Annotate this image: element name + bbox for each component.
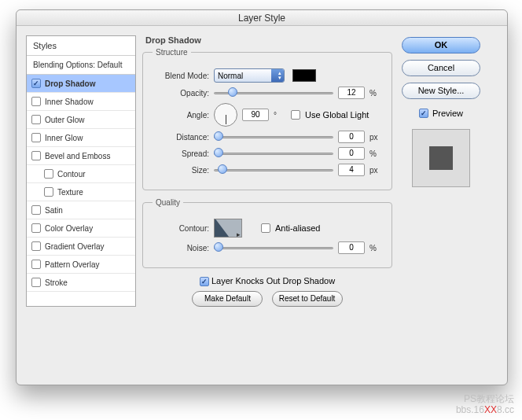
watermark: PS教程论坛 bbs.16XX8.cc <box>456 393 514 415</box>
blend-mode-select[interactable]: Normal ▴▾ <box>214 68 285 83</box>
contour-picker[interactable] <box>214 219 242 238</box>
structure-group: Structure Blend Mode: Normal ▴▾ Opacity:… <box>142 48 392 190</box>
ok-button[interactable]: OK <box>402 37 480 53</box>
style-item-label: Gradient Overlay <box>45 242 105 251</box>
opacity-slider[interactable] <box>214 87 333 98</box>
right-panel: OK Cancel New Style... Preview <box>399 35 483 307</box>
angle-input[interactable]: 90 <box>242 109 269 121</box>
style-item-bevel-and-emboss[interactable]: Bevel and Emboss <box>27 147 135 165</box>
knockout-label: Layer Knocks Out Drop Shadow <box>211 276 335 286</box>
antialiased-checkbox[interactable] <box>261 223 270 233</box>
shadow-color-swatch[interactable] <box>292 69 316 82</box>
style-checkbox[interactable] <box>31 223 41 233</box>
distance-slider[interactable] <box>214 131 333 142</box>
window-title: Layer Style <box>17 10 507 26</box>
style-item-label: Pattern Overlay <box>45 260 99 269</box>
style-item-label: Satin <box>45 206 63 215</box>
reset-default-button[interactable]: Reset to Default <box>272 291 343 307</box>
style-checkbox[interactable] <box>31 115 41 124</box>
style-item-contour[interactable]: Contour <box>27 165 135 183</box>
size-input[interactable]: 4 <box>338 164 365 176</box>
style-item-satin[interactable]: Satin <box>27 201 135 219</box>
styles-panel: Styles Blending Options: Default Drop Sh… <box>26 35 136 307</box>
cancel-button[interactable]: Cancel <box>402 60 480 76</box>
angle-dial[interactable] <box>214 103 237 127</box>
layer-style-dialog: Layer Style Styles Blending Options: Def… <box>16 9 508 385</box>
antialiased-label: Anti-aliased <box>275 223 320 233</box>
style-item-label: Texture <box>57 188 83 197</box>
style-checkbox[interactable] <box>31 97 41 106</box>
style-item-label: Contour <box>57 170 86 179</box>
style-item-gradient-overlay[interactable]: Gradient Overlay <box>27 238 135 256</box>
style-item-outer-glow[interactable]: Outer Glow <box>27 111 135 129</box>
style-checkbox[interactable] <box>31 151 41 160</box>
preview-box <box>412 129 470 187</box>
style-item-label: Inner Glow <box>45 134 83 142</box>
style-item-inner-glow[interactable]: Inner Glow <box>27 129 135 147</box>
styles-list: Drop ShadowInner ShadowOuter GlowInner G… <box>27 75 135 292</box>
style-item-label: Color Overlay <box>45 224 93 233</box>
spread-slider[interactable] <box>214 148 333 159</box>
style-item-pattern-overlay[interactable]: Pattern Overlay <box>27 256 135 274</box>
global-light-label: Use Global Light <box>305 110 369 120</box>
make-default-button[interactable]: Make Default <box>192 291 263 307</box>
noise-label: Noise: <box>153 244 209 252</box>
style-item-drop-shadow[interactable]: Drop Shadow <box>27 75 135 93</box>
chevron-updown-icon: ▴▾ <box>278 71 281 80</box>
styles-header[interactable]: Styles <box>27 36 135 56</box>
style-item-label: Stroke <box>45 278 68 287</box>
style-item-label: Inner Shadow <box>45 98 94 106</box>
style-item-inner-shadow[interactable]: Inner Shadow <box>27 93 135 111</box>
style-checkbox[interactable] <box>31 278 41 287</box>
blend-mode-label: Blend Mode: <box>153 72 209 80</box>
settings-panel: Drop Shadow Structure Blend Mode: Normal… <box>142 35 392 307</box>
style-item-color-overlay[interactable]: Color Overlay <box>27 219 135 238</box>
style-checkbox[interactable] <box>31 79 41 88</box>
style-checkbox[interactable] <box>31 241 41 251</box>
noise-input[interactable]: 0 <box>338 241 365 254</box>
style-item-texture[interactable]: Texture <box>27 183 135 201</box>
global-light-checkbox[interactable] <box>291 110 300 120</box>
style-checkbox[interactable] <box>31 260 41 269</box>
distance-label: Distance: <box>153 133 209 142</box>
size-slider[interactable] <box>214 164 333 175</box>
preview-label: Preview <box>432 109 463 118</box>
quality-group: Quality Contour: Anti-aliased Noise: 0 % <box>142 198 392 268</box>
spread-input[interactable]: 0 <box>338 147 365 160</box>
preview-checkbox[interactable] <box>419 109 428 118</box>
style-item-stroke[interactable]: Stroke <box>27 274 135 292</box>
style-checkbox[interactable] <box>31 205 41 215</box>
noise-slider[interactable] <box>214 242 333 253</box>
content: Styles Blending Options: Default Drop Sh… <box>17 26 507 316</box>
style-checkbox[interactable] <box>31 133 41 142</box>
angle-label: Angle: <box>153 111 209 120</box>
style-item-label: Bevel and Emboss <box>45 152 110 160</box>
style-item-label: Outer Glow <box>45 116 85 124</box>
style-checkbox[interactable] <box>44 169 53 179</box>
opacity-input[interactable]: 12 <box>338 87 365 99</box>
contour-label: Contour: <box>153 224 209 233</box>
structure-legend: Structure <box>153 48 191 57</box>
quality-legend: Quality <box>153 198 183 207</box>
opacity-label: Opacity: <box>153 89 209 98</box>
knockout-checkbox[interactable] <box>200 277 209 286</box>
distance-input[interactable]: 0 <box>338 131 365 143</box>
blending-options[interactable]: Blending Options: Default <box>27 56 135 75</box>
new-style-button[interactable]: New Style... <box>402 83 480 99</box>
style-item-label: Drop Shadow <box>45 79 95 88</box>
preview-swatch <box>429 146 453 170</box>
size-label: Size: <box>153 166 209 175</box>
style-checkbox[interactable] <box>44 187 53 197</box>
panel-heading: Drop Shadow <box>145 35 392 45</box>
spread-label: Spread: <box>153 149 209 158</box>
